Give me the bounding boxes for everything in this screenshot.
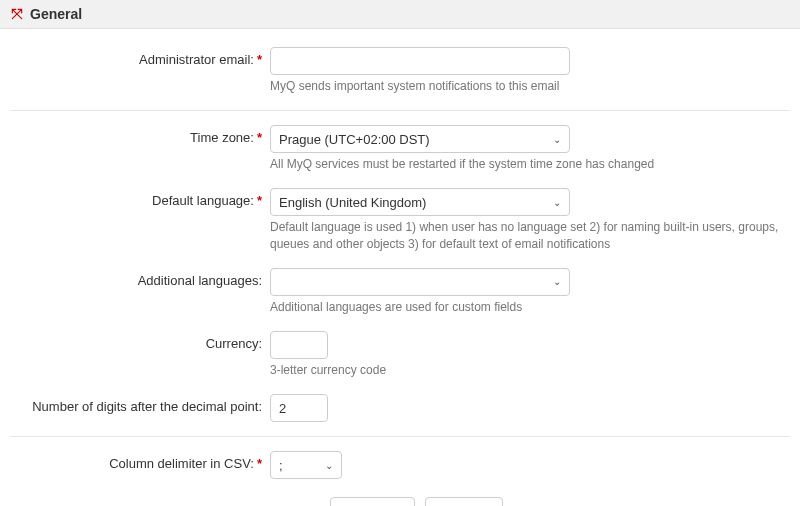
additional-languages-label: Additional languages: [10, 268, 270, 290]
decimal-digits-label: Number of digits after the decimal point… [10, 394, 270, 416]
time-zone-select[interactable]: Prague (UTC+02:00 DST) ⌄ [270, 125, 570, 153]
csv-delimiter-select[interactable]: ; ⌄ [270, 451, 342, 479]
required-marker: * [257, 456, 262, 471]
settings-icon [10, 7, 24, 21]
additional-languages-select[interactable]: ⌄ [270, 268, 570, 296]
decimal-digits-input[interactable] [270, 394, 328, 422]
default-language-select[interactable]: English (United Kingdom) ⌄ [270, 188, 570, 216]
currency-label: Currency: [10, 331, 270, 353]
save-button[interactable]: ✓ Save [330, 497, 415, 506]
currency-input[interactable] [270, 331, 328, 359]
divider [10, 110, 790, 111]
cancel-button[interactable]: Cancel [425, 497, 503, 506]
settings-form: Administrator email:* MyQ sends importan… [0, 29, 800, 506]
panel-header: General [0, 0, 800, 29]
required-marker: * [257, 52, 262, 67]
time-zone-hint: All MyQ services must be restarted if th… [270, 156, 780, 172]
additional-languages-hint: Additional languages are used for custom… [270, 299, 780, 315]
chevron-down-icon: ⌄ [553, 276, 561, 287]
default-language-label: Default language:* [10, 188, 270, 210]
chevron-down-icon: ⌄ [553, 134, 561, 145]
currency-hint: 3-letter currency code [270, 362, 780, 378]
time-zone-label: Time zone:* [10, 125, 270, 147]
csv-delimiter-label: Column delimiter in CSV:* [10, 451, 270, 473]
divider [10, 436, 790, 437]
chevron-down-icon: ⌄ [553, 197, 561, 208]
admin-email-label: Administrator email:* [10, 47, 270, 69]
admin-email-hint: MyQ sends important system notifications… [270, 78, 780, 94]
required-marker: * [257, 130, 262, 145]
required-marker: * [257, 193, 262, 208]
admin-email-input[interactable] [270, 47, 570, 75]
panel-title: General [30, 6, 82, 22]
default-language-hint: Default language is used 1) when user ha… [270, 219, 780, 251]
chevron-down-icon: ⌄ [325, 460, 333, 471]
